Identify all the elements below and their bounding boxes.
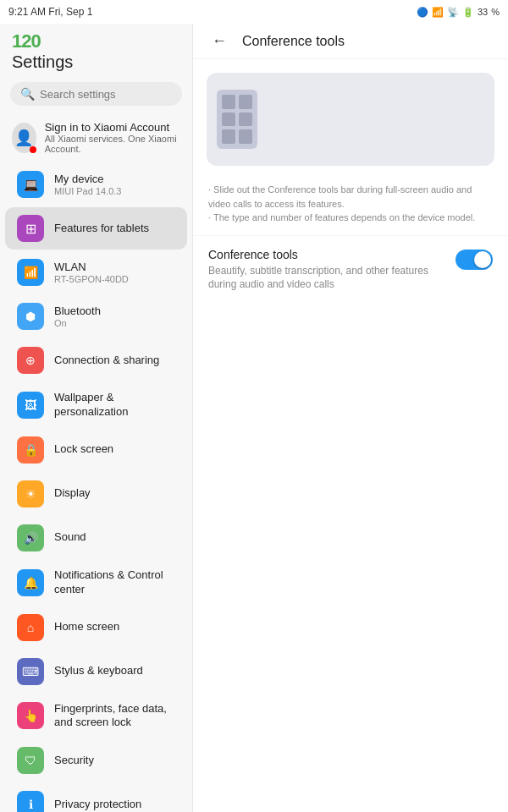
lock-label: Lock screen — [54, 442, 113, 457]
privacy-label: Privacy protection — [54, 798, 141, 812]
my-device-icon: 💻 — [17, 171, 44, 198]
lock-icon: 🔒 — [17, 436, 44, 464]
notifications-label: Notifications & Control center — [54, 568, 175, 597]
sidebar-item-wlan[interactable]: 📶 WLAN RT-5GPON-40DD — [5, 251, 187, 294]
notifications-icon: 🔔 — [17, 569, 44, 596]
preview-area — [207, 73, 494, 166]
preview-cell-4 — [239, 112, 252, 127]
home-icon: ⌂ — [17, 614, 44, 641]
description-line-1: · Slide out the Conference tools bar dur… — [208, 183, 493, 211]
wlan-label: WLAN RT-5GPON-40DD — [54, 261, 129, 285]
preview-cell-1 — [222, 95, 235, 109]
main-layout: 120 Settings 🔍 👤 Sign in to Xiaomi Accou… — [0, 24, 508, 812]
status-bar: 9:21 AM Fri, Sep 1 🔵 📶 📡 🔋 33 % — [0, 0, 508, 24]
sidebar-item-wallpaper[interactable]: 🖼 Wallpaper & personalization — [5, 383, 187, 427]
my-device-label: My device MIUI Pad 14.0.3 — [54, 173, 122, 197]
avatar: 👤 — [12, 123, 36, 153]
wlan-icon: 📶 — [17, 259, 44, 286]
preview-cell-2 — [239, 95, 252, 109]
battery-icon: 🔋 — [462, 7, 474, 18]
sound-icon: 🔊 — [17, 524, 44, 551]
sidebar-item-sound[interactable]: 🔊 Sound — [5, 517, 187, 559]
connection-icon: ⊕ — [17, 347, 44, 374]
display-label: Display — [54, 486, 91, 501]
sidebar-item-bluetooth[interactable]: ⬢ Bluetooth On — [5, 295, 187, 337]
security-icon: 🛡 — [17, 747, 44, 774]
sidebar-item-home-screen[interactable]: ⌂ Home screen — [5, 606, 187, 649]
preview-cell-6 — [239, 129, 252, 144]
description-area: · Slide out the Conference tools bar dur… — [193, 179, 508, 235]
signal-icon: 📶 — [432, 7, 444, 18]
stylus-icon: ⌨ — [17, 658, 44, 685]
time-text: 9:21 AM Fri, Sep 1 — [8, 6, 92, 18]
bluetooth-icon: ⬢ — [17, 303, 44, 330]
status-icons: 🔵 📶 📡 🔋 33 % — [417, 7, 500, 18]
search-input[interactable] — [40, 88, 172, 101]
wallpaper-label: Wallpaper & personalization — [54, 391, 175, 420]
right-header: ← Conference tools — [193, 24, 508, 59]
sidebar-item-security[interactable]: 🛡 Security — [5, 739, 187, 782]
preview-grid — [217, 90, 257, 149]
features-icon: ⊞ — [17, 215, 44, 242]
account-badge — [30, 146, 36, 153]
sidebar-item-stylus-keyboard[interactable]: ⌨ Stylus & keyboard — [5, 650, 187, 693]
home-label: Home screen — [54, 620, 119, 634]
description-line-2: · The type and number of features depend… — [208, 211, 493, 225]
fingerprint-icon: 👆 — [17, 702, 44, 729]
sidebar-item-notifications[interactable]: 🔔 Notifications & Control center — [5, 561, 187, 605]
connection-label: Connection & sharing — [54, 354, 159, 368]
right-panel: ← Conference tools · Slide out the Confe… — [193, 24, 508, 812]
feature-desc: Beautify, subtitle transcription, and ot… — [208, 264, 445, 293]
sidebar: 120 Settings 🔍 👤 Sign in to Xiaomi Accou… — [0, 24, 193, 812]
panel-title: Conference tools — [242, 34, 345, 49]
conference-tools-feature-row: Conference tools Beautify, subtitle tran… — [193, 235, 508, 304]
sidebar-item-my-device[interactable]: 💻 My device MIUI Pad 14.0.3 — [5, 163, 187, 206]
feature-name: Conference tools — [208, 248, 445, 261]
sidebar-item-connection-sharing[interactable]: ⊕ Connection & sharing — [5, 339, 187, 381]
features-label: Features for tablets — [54, 222, 149, 236]
app-logo: 120 — [12, 32, 180, 51]
privacy-icon: ℹ — [17, 791, 44, 812]
search-icon: 🔍 — [20, 87, 35, 101]
security-label: Security — [54, 754, 94, 768]
sidebar-item-privacy[interactable]: ℹ Privacy protection — [5, 783, 187, 812]
search-bar[interactable]: 🔍 — [10, 82, 182, 106]
preview-cell-5 — [222, 129, 235, 144]
back-button[interactable]: ← — [207, 32, 232, 50]
avatar-icon: 👤 — [14, 129, 33, 147]
settings-header: 120 Settings — [0, 24, 192, 77]
conference-tools-toggle[interactable] — [456, 250, 493, 270]
account-sub: All Xiaomi services. One Xiaomi Account. — [45, 134, 180, 154]
account-row[interactable]: 👤 Sign in to Xiaomi Account All Xiaomi s… — [0, 112, 192, 162]
preview-cell-3 — [222, 112, 235, 127]
sidebar-item-fingerprints[interactable]: 👆 Fingerprints, face data, and screen lo… — [5, 694, 187, 738]
battery-text: 33 — [478, 7, 488, 17]
account-name: Sign in to Xiaomi Account — [45, 121, 180, 134]
sidebar-item-display[interactable]: ☀ Display — [5, 473, 187, 515]
sidebar-item-features-for-tablets[interactable]: ⊞ Features for tablets — [5, 207, 187, 250]
bluetooth-label: Bluetooth On — [54, 304, 101, 329]
stylus-label: Stylus & keyboard — [54, 664, 143, 678]
wallpaper-icon: 🖼 — [17, 392, 44, 419]
wifi-icon: 📡 — [447, 7, 459, 18]
sidebar-item-lock-screen[interactable]: 🔒 Lock screen — [5, 429, 187, 471]
app-title: Settings — [12, 52, 180, 72]
feature-text: Conference tools Beautify, subtitle tran… — [208, 248, 445, 293]
display-icon: ☀ — [17, 480, 44, 508]
fingerprint-label: Fingerprints, face data, and screen lock — [54, 702, 175, 731]
bluetooth-status-icon: 🔵 — [417, 7, 428, 18]
status-time: 9:21 AM Fri, Sep 1 — [8, 6, 92, 18]
battery-percent: % — [491, 7, 500, 17]
sound-label: Sound — [54, 530, 86, 545]
account-info: Sign in to Xiaomi Account All Xiaomi ser… — [45, 121, 180, 154]
